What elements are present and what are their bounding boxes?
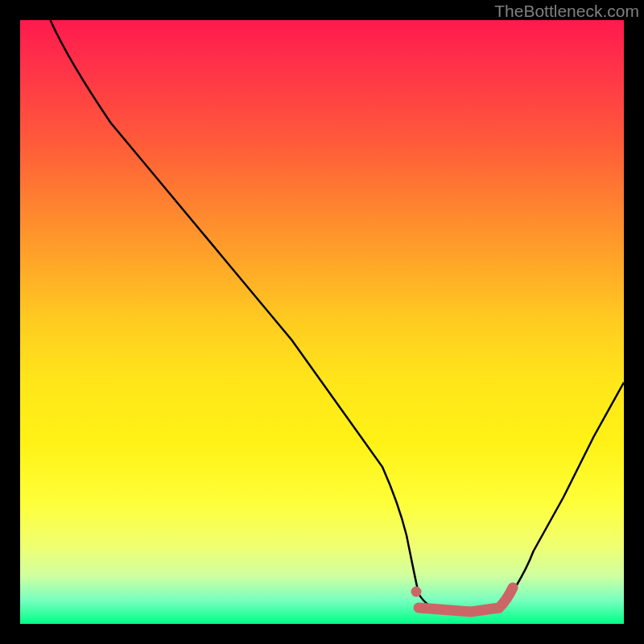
watermark-text: TheBottleneck.com [494,2,639,21]
chart-svg [20,20,624,624]
bottleneck-curve [51,20,625,612]
optimal-marker-dot [411,587,422,597]
chart-plot-area [20,20,624,624]
optimal-range-highlight [419,588,513,612]
